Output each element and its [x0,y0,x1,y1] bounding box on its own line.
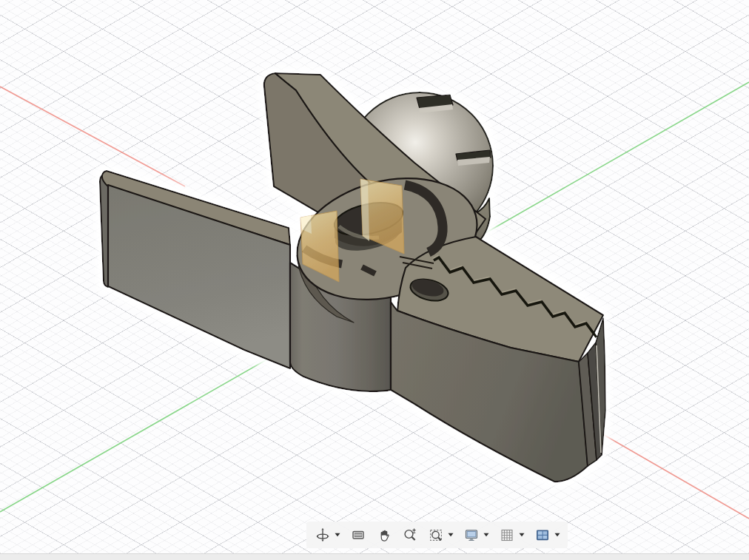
look-at-icon [351,527,366,542]
viewport-canvas[interactable] [0,0,749,553]
fit-icon [429,527,443,542]
x-axis-segment-right [595,430,749,519]
viewport-grid[interactable] [0,0,749,553]
fit-dropdown-caret[interactable] [446,524,455,545]
display-settings-button[interactable] [461,524,481,545]
y-axis-segment-right [479,82,749,237]
orbit-icon [315,527,330,542]
y-axis-segment-left [0,343,295,512]
model-clamp-part[interactable] [100,73,605,482]
orbit-button[interactable] [312,524,332,545]
window-bottom-strip [0,553,749,560]
navigation-toolbar [306,522,568,548]
viewports-dropdown-caret[interactable] [553,524,562,545]
grid-icon [500,527,514,542]
pan-icon [377,527,392,542]
application-window [0,0,749,560]
model-body-handle-left[interactable] [100,171,290,368]
grid-snaps-button[interactable] [497,524,517,545]
model-body-jaw[interactable] [391,237,605,482]
chevron-down-icon [448,533,454,537]
fit-button[interactable] [426,524,446,545]
handle-left-cap [100,175,108,287]
display-settings-dropdown-caret[interactable] [482,524,491,545]
chevron-down-icon [519,533,525,537]
chevron-down-icon [483,533,489,537]
viewports-button[interactable] [532,524,552,545]
orbit-dropdown-caret[interactable] [333,524,342,545]
grid-snaps-dropdown-caret[interactable] [517,524,526,545]
viewports-icon [535,527,550,542]
look-at-button[interactable] [348,524,368,545]
zoom-button[interactable] [400,524,420,545]
pan-button[interactable] [374,524,394,545]
chevron-down-icon [335,533,340,537]
zoom-icon [403,527,417,542]
x-axis-segment-left [0,87,185,186]
chevron-down-icon [554,533,560,537]
display-settings-icon [464,527,479,542]
